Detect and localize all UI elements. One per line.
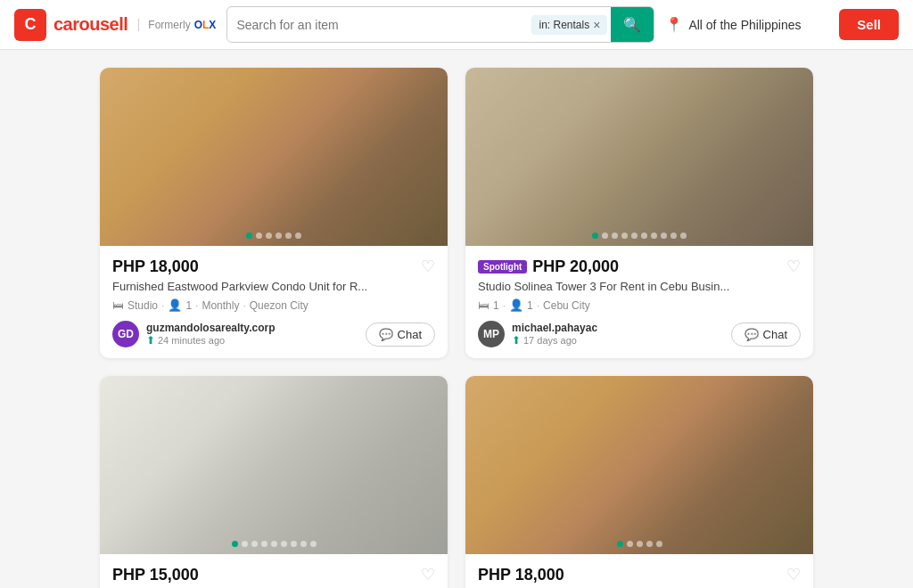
img-dot <box>646 541 653 547</box>
search-input[interactable] <box>227 11 528 39</box>
main-content: PHP 18,000 ♡ Furnished Eastwood Parkview… <box>91 50 822 588</box>
img-dot <box>266 233 272 239</box>
listing-title[interactable]: Furnished Eastwood Parkview Condo Unit f… <box>112 280 435 293</box>
person-icon: 👤 <box>509 298 523 312</box>
seller-details: guzmandolosarealty.corp ⬆ 24 minutes ago <box>146 322 275 347</box>
listing-price: PHP 18,000 <box>478 566 564 584</box>
img-dot <box>291 541 297 547</box>
listing-footer: MP michael.pahayac ⬆ 17 days ago 💬 Chat <box>478 321 801 347</box>
listing-image[interactable] <box>100 376 448 554</box>
img-dot <box>310 541 317 547</box>
img-dot <box>232 541 238 547</box>
img-dot <box>251 541 258 547</box>
img-dot <box>656 541 662 547</box>
chat-button[interactable]: 💬 Chat <box>731 323 801 347</box>
listing-card: PHP 15,000 ♡ For Rent Townhouse 2B with … <box>100 376 448 588</box>
img-dot <box>261 541 267 547</box>
listing-body: Spotlight PHP 20,000 ♡ Studio Solinea To… <box>465 246 813 358</box>
listing-image[interactable] <box>100 68 448 246</box>
image-overlay <box>465 376 813 554</box>
action-area: 💬 Chat <box>358 323 435 347</box>
carousell-logo-icon: C <box>14 9 46 41</box>
price-row: PHP 18,000 ♡ <box>112 257 435 276</box>
boost-icon: ⬆ <box>512 334 521 347</box>
formerly-label: Formerly OLX <box>138 19 216 31</box>
img-dot <box>271 541 277 547</box>
image-dots <box>232 541 317 554</box>
spotlight-badge: Spotlight <box>478 260 527 274</box>
img-dot <box>631 233 637 239</box>
person-icon: 👤 <box>168 298 182 312</box>
listing-meta: 🛏1·👤1·Cebu City <box>478 298 801 312</box>
listing-card: PHP 18,000 ♡ Eastwood Parkview Studio Co… <box>465 376 813 588</box>
img-dot <box>670 233 677 239</box>
chat-bubble-icon: 💬 <box>379 328 393 341</box>
listing-footer: GD guzmandolosarealty.corp ⬆ 24 minutes … <box>112 321 435 347</box>
listing-image[interactable] <box>465 376 813 554</box>
olx-badge: OLX <box>194 19 217 31</box>
location-pin-icon: 📍 <box>665 16 683 33</box>
location-area: 📍 All of the Philippines <box>665 16 801 33</box>
avatar: GD <box>112 321 139 347</box>
seller-details: michael.pahayac ⬆ 17 days ago <box>512 322 597 347</box>
listing-title[interactable]: Studio Solinea Tower 3 For Rent in Cebu … <box>478 280 801 293</box>
img-dot <box>281 541 287 547</box>
favorite-icon[interactable]: ♡ <box>421 257 435 276</box>
listing-price: Spotlight PHP 20,000 <box>478 257 619 276</box>
img-dot <box>617 541 623 547</box>
header: C carousell Formerly OLX in: Rentals × 🔍… <box>0 0 913 50</box>
img-dot <box>637 541 643 547</box>
image-overlay <box>100 68 448 246</box>
img-dot <box>602 233 608 239</box>
action-area: 💬 Chat <box>724 323 801 347</box>
seller-info: MP michael.pahayac ⬆ 17 days ago <box>478 321 597 347</box>
img-dot <box>641 233 647 239</box>
avatar: MP <box>478 321 505 347</box>
bed-icon: 🛏 <box>478 298 489 312</box>
seller-name[interactable]: guzmandolosarealty.corp <box>146 322 275 334</box>
image-dots <box>617 541 662 554</box>
image-overlay <box>465 68 813 246</box>
chat-button[interactable]: 💬 Chat <box>366 323 435 347</box>
img-dot <box>680 233 687 239</box>
listing-card: PHP 18,000 ♡ Furnished Eastwood Parkview… <box>100 68 448 358</box>
favorite-icon[interactable]: ♡ <box>786 257 801 276</box>
bed-icon: 🛏 <box>112 298 124 312</box>
search-button[interactable]: 🔍 <box>611 7 654 42</box>
seller-name[interactable]: michael.pahayac <box>512 322 597 334</box>
img-dot <box>300 541 307 547</box>
listings-grid: PHP 18,000 ♡ Furnished Eastwood Parkview… <box>91 68 822 588</box>
carousell-logo-text: carousell <box>53 14 127 35</box>
listing-body: PHP 18,000 ♡ Eastwood Parkview Studio Co… <box>465 554 813 588</box>
img-dot <box>661 233 667 239</box>
seller-time: ⬆ 17 days ago <box>512 334 597 347</box>
img-dot <box>621 233 628 239</box>
location-text: All of the Philippines <box>688 18 801 32</box>
image-dots <box>592 233 687 246</box>
image-dots <box>246 233 301 246</box>
listing-price: PHP 15,000 <box>112 566 199 584</box>
image-overlay <box>100 376 448 554</box>
boost-icon: ⬆ <box>146 334 155 347</box>
img-dot <box>242 541 248 547</box>
search-area[interactable]: in: Rentals × 🔍 <box>226 6 654 43</box>
favorite-icon[interactable]: ♡ <box>421 565 435 584</box>
search-tag-remove[interactable]: × <box>593 18 600 32</box>
img-dot <box>285 233 292 239</box>
listing-meta: 🛏Studio·👤1·Monthly·Quezon City <box>112 298 435 312</box>
seller-info: GD guzmandolosarealty.corp ⬆ 24 minutes … <box>112 321 275 347</box>
chat-bubble-icon: 💬 <box>744 328 759 341</box>
listing-body: PHP 18,000 ♡ Furnished Eastwood Parkview… <box>100 246 448 358</box>
sell-button[interactable]: Sell <box>839 9 899 40</box>
img-dot <box>627 541 633 547</box>
price-row: PHP 18,000 ♡ <box>478 565 801 584</box>
listing-image[interactable] <box>465 68 813 246</box>
favorite-icon[interactable]: ♡ <box>786 565 801 584</box>
img-dot <box>612 233 618 239</box>
listing-price: PHP 18,000 <box>112 257 199 276</box>
listing-card: Spotlight PHP 20,000 ♡ Studio Solinea To… <box>465 68 813 358</box>
img-dot <box>651 233 657 239</box>
price-row: PHP 15,000 ♡ <box>112 565 435 584</box>
search-tag-rentals: in: Rentals × <box>531 15 607 35</box>
img-dot <box>592 233 598 239</box>
